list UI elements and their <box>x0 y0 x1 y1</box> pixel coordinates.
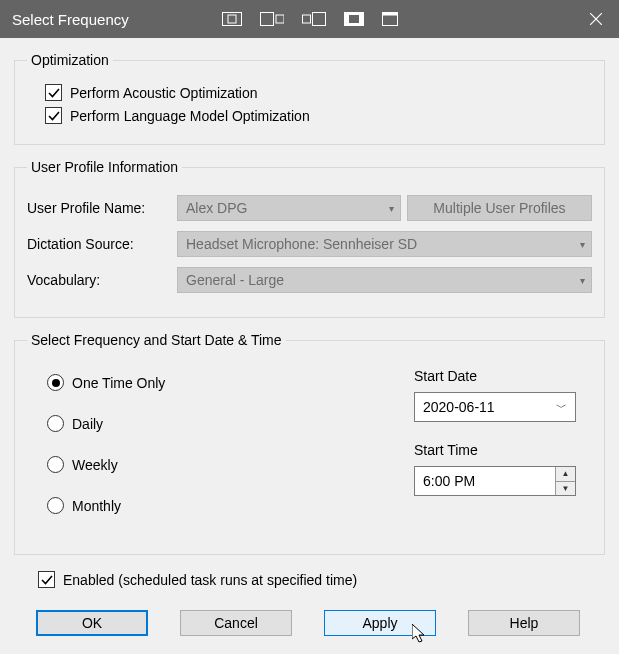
start-date-input[interactable]: 2020-06-11 ﹀ <box>414 392 576 422</box>
radio-one-time-label: One Time Only <box>72 375 165 391</box>
radio-daily-label: Daily <box>72 416 103 432</box>
radio-one-time[interactable]: One Time Only <box>47 374 414 391</box>
radio-monthly-label: Monthly <box>72 498 121 514</box>
radio-daily[interactable]: Daily <box>47 415 414 432</box>
vocabulary-select: General - Large ▾ <box>177 267 592 293</box>
cancel-button[interactable]: Cancel <box>180 610 292 636</box>
enabled-label: Enabled (scheduled task runs at specifie… <box>63 572 357 588</box>
acoustic-checkbox[interactable] <box>45 84 62 101</box>
profile-name-label: User Profile Name: <box>27 200 171 216</box>
optimization-legend: Optimization <box>27 52 113 68</box>
help-button[interactable]: Help <box>468 610 580 636</box>
svg-rect-9 <box>382 13 397 16</box>
chevron-down-icon: ▾ <box>389 203 394 214</box>
optimization-group: Optimization Perform Acoustic Optimizati… <box>14 52 605 145</box>
acoustic-checkbox-row[interactable]: Perform Acoustic Optimization <box>45 84 592 101</box>
chevron-down-icon: ▾ <box>580 275 585 286</box>
dictation-source-select: Headset Microphone: Sennheiser SD ▾ <box>177 231 592 257</box>
title-bar: Select Frequency <box>0 0 619 38</box>
enabled-checkbox[interactable] <box>38 571 55 588</box>
time-spinner[interactable]: ▲ ▼ <box>555 467 575 495</box>
svg-rect-2 <box>260 13 273 26</box>
svg-rect-0 <box>222 13 241 26</box>
multiple-profiles-button: Multiple User Profiles <box>407 195 592 221</box>
profile-name-select: Alex DPG ▾ <box>177 195 401 221</box>
language-label: Perform Language Model Optimization <box>70 108 310 124</box>
enabled-checkbox-row[interactable]: Enabled (scheduled task runs at specifie… <box>38 571 605 588</box>
profile-name-value: Alex DPG <box>186 200 247 216</box>
radio-weekly-input[interactable] <box>47 456 64 473</box>
radio-weekly-label: Weekly <box>72 457 118 473</box>
svg-rect-5 <box>312 13 325 26</box>
frequency-group: Select Frequency and Start Date & Time O… <box>14 332 605 555</box>
radio-monthly[interactable]: Monthly <box>47 497 414 514</box>
chevron-down-icon: ▾ <box>580 239 585 250</box>
start-time-input[interactable]: 6:00 PM ▲ ▼ <box>414 466 576 496</box>
start-date-label: Start Date <box>414 368 588 384</box>
frequency-legend: Select Frequency and Start Date & Time <box>27 332 286 348</box>
start-time-label: Start Time <box>414 442 588 458</box>
titlebar-iconstrip <box>222 12 398 26</box>
language-checkbox[interactable] <box>45 107 62 124</box>
acoustic-label: Perform Acoustic Optimization <box>70 85 258 101</box>
radio-daily-input[interactable] <box>47 415 64 432</box>
svg-rect-3 <box>276 15 284 23</box>
start-time-value: 6:00 PM <box>423 473 475 489</box>
radio-one-time-input[interactable] <box>47 374 64 391</box>
language-checkbox-row[interactable]: Perform Language Model Optimization <box>45 107 592 124</box>
apply-button[interactable]: Apply <box>324 610 436 636</box>
layout-icon-3[interactable] <box>302 12 326 26</box>
close-button[interactable] <box>573 0 619 38</box>
svg-rect-7 <box>349 15 359 23</box>
svg-rect-1 <box>228 15 236 23</box>
vocabulary-label: Vocabulary: <box>27 272 171 288</box>
dialog-body: Optimization Perform Acoustic Optimizati… <box>0 38 619 654</box>
layout-icon-5[interactable] <box>382 12 398 26</box>
radio-weekly[interactable]: Weekly <box>47 456 414 473</box>
spinner-up-icon[interactable]: ▲ <box>556 467 575 482</box>
button-row: OK Cancel Apply Help <box>14 604 605 636</box>
start-date-value: 2020-06-11 <box>423 399 495 415</box>
dictation-source-label: Dictation Source: <box>27 236 171 252</box>
dictation-source-value: Headset Microphone: Sennheiser SD <box>186 236 417 252</box>
layout-icon-4[interactable] <box>344 12 364 26</box>
ok-button[interactable]: OK <box>36 610 148 636</box>
vocabulary-value: General - Large <box>186 272 284 288</box>
layout-icon-1[interactable] <box>222 12 242 26</box>
profile-legend: User Profile Information <box>27 159 182 175</box>
svg-rect-4 <box>302 15 310 23</box>
radio-monthly-input[interactable] <box>47 497 64 514</box>
spinner-down-icon[interactable]: ▼ <box>556 482 575 496</box>
chevron-down-icon[interactable]: ﹀ <box>556 400 567 415</box>
window-title: Select Frequency <box>12 11 129 28</box>
layout-icon-2[interactable] <box>260 12 284 26</box>
profile-group: User Profile Information User Profile Na… <box>14 159 605 318</box>
